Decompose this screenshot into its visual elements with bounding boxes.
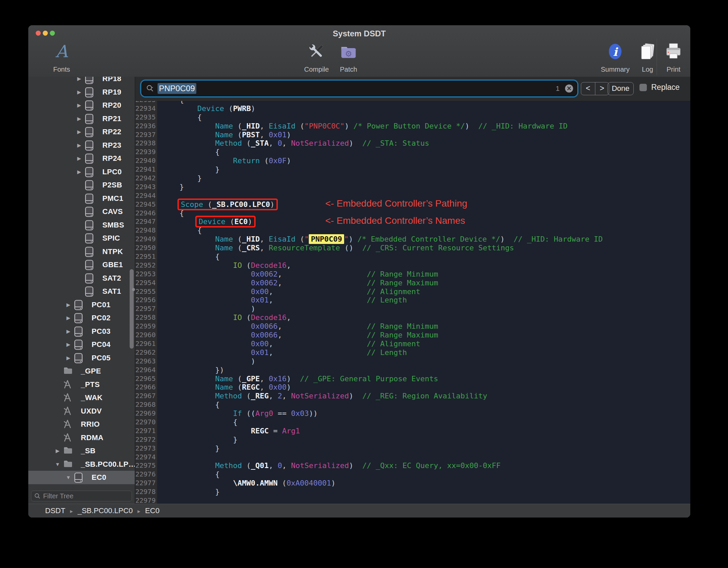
- code-line[interactable]: 22970 {: [135, 418, 690, 427]
- code-line[interactable]: 22945 Scope (_SB.PC00.LPC0)<- Embedded C…: [135, 200, 690, 209]
- tree-item-pc01[interactable]: ▶PC01: [28, 298, 135, 312]
- patch-button[interactable]: ⚙ Patch: [333, 38, 364, 73]
- code-line[interactable]: 22977 \AMW0.AMWN (0xA0040001): [135, 479, 690, 488]
- code-line[interactable]: 22973 }: [135, 444, 690, 453]
- breadcrumb-item[interactable]: DSDT: [45, 506, 65, 515]
- code-line[interactable]: 22955 0x00, // Alignment: [135, 287, 690, 296]
- code-line[interactable]: 22965 Name (_GPE, 0x16) // _GPE: General…: [135, 375, 690, 383]
- code-line[interactable]: 22940 Return (0x0F): [135, 156, 690, 165]
- tree-item-_sbpc00lp[interactable]: ▼_SB.PC00.LP…: [28, 458, 135, 471]
- disclosure-triangle-icon[interactable]: ▶: [65, 325, 72, 338]
- disclosure-triangle-icon[interactable]: ▶: [65, 298, 72, 312]
- find-next-button[interactable]: >: [595, 82, 609, 95]
- code-line[interactable]: 22960 0x0066, // Range Maximum: [135, 331, 690, 340]
- tree-item-pc03[interactable]: ▶PC03: [28, 325, 135, 338]
- code-line[interactable]: 22972 }: [135, 435, 690, 444]
- code-line[interactable]: 22966 Name (REGC, 0x00): [135, 383, 690, 392]
- code-line[interactable]: 22979: [135, 496, 690, 504]
- code-line[interactable]: 22959 0x0066, // Range Minimum: [135, 322, 690, 331]
- tree-item-lpc0[interactable]: ▶LPC0: [28, 165, 135, 179]
- replace-checkbox[interactable]: [639, 84, 647, 91]
- disclosure-triangle-icon[interactable]: ▶: [75, 77, 83, 85]
- code-line[interactable]: 22951 {: [135, 252, 690, 261]
- code-line[interactable]: 22950 Name (_CRS, ResourceTemplate () //…: [135, 244, 690, 252]
- tree-item-rp24[interactable]: ▶RP24: [28, 152, 135, 165]
- sidebar-scrollbar-thumb[interactable]: [130, 269, 134, 349]
- fonts-button[interactable]: A Fonts: [40, 38, 84, 73]
- tree-item-smbs[interactable]: SMBS: [28, 218, 135, 232]
- code-line[interactable]: 22962 0x01, // Length: [135, 348, 690, 357]
- code-line[interactable]: 22947 Device (EC0)<- Embedded Controller…: [135, 217, 690, 226]
- tree-item-pc04[interactable]: ▶PC04: [28, 338, 135, 351]
- code-line[interactable]: 22961 0x00, // Alignment: [135, 340, 690, 348]
- disclosure-triangle-icon[interactable]: ▶: [65, 351, 72, 365]
- tree-item-sat1[interactable]: SAT1: [28, 285, 135, 298]
- code-line[interactable]: 22975 Method (_Q01, 0, NotSerialized) //…: [135, 461, 690, 470]
- done-button[interactable]: Done: [607, 82, 634, 95]
- disclosure-triangle-icon[interactable]: ▼: [54, 458, 61, 471]
- code-line[interactable]: 22938 Method (_STA, 0, NotSerialized) //…: [135, 139, 690, 148]
- code-line[interactable]: 22943 }: [135, 183, 690, 191]
- disclosure-triangle-icon[interactable]: ▶: [54, 444, 61, 458]
- tree-item-rp19[interactable]: ▶RP19: [28, 85, 135, 99]
- code-line[interactable]: 22956 0x01, // Length: [135, 296, 690, 305]
- disclosure-triangle-icon[interactable]: ▼: [65, 471, 72, 484]
- find-previous-button[interactable]: <: [581, 82, 595, 95]
- tree-item-rp18[interactable]: ▶RP18: [28, 77, 135, 85]
- disclosure-triangle-icon[interactable]: ▶: [75, 125, 83, 139]
- code-line[interactable]: 22942 }: [135, 174, 690, 183]
- breadcrumb-item[interactable]: _SB.PC00.LPC0: [77, 506, 133, 515]
- tree-item-pc05[interactable]: ▶PC05: [28, 351, 135, 365]
- code-line[interactable]: 22953 0x0062, // Range Minimum: [135, 270, 690, 279]
- tree-item-_sb[interactable]: ▶_SB: [28, 444, 135, 458]
- clear-search-icon[interactable]: ✕: [565, 84, 573, 93]
- code-line[interactable]: 22957 ): [135, 305, 690, 313]
- code-line[interactable]: 22974: [135, 453, 690, 462]
- code-line[interactable]: 22978 }: [135, 488, 690, 496]
- disclosure-triangle-icon[interactable]: ▶: [75, 139, 83, 152]
- disclosure-triangle-icon[interactable]: ▶: [75, 85, 83, 99]
- disclosure-triangle-icon[interactable]: ▶: [65, 311, 72, 325]
- find-input[interactable]: PNP0C09 1 ✕: [141, 81, 577, 96]
- tree-item-_wak[interactable]: _WAK: [28, 391, 135, 404]
- compile-button[interactable]: Compile: [300, 38, 333, 73]
- code-line[interactable]: 22939 {: [135, 148, 690, 156]
- disclosure-triangle-icon[interactable]: ▶: [75, 112, 83, 126]
- code-line[interactable]: 22954 0x0062, // Range Maximum: [135, 279, 690, 287]
- tree-item-_pts[interactable]: _PTS: [28, 378, 135, 391]
- code-line[interactable]: 22964 }): [135, 366, 690, 375]
- code-line[interactable]: 22968 {: [135, 400, 690, 409]
- code-line[interactable]: 22935 {: [135, 113, 690, 122]
- tree-item-rdma[interactable]: RDMA: [28, 431, 135, 445]
- tree-item-uxdv[interactable]: UXDV: [28, 404, 135, 418]
- tree-item-p2sb[interactable]: P2SB: [28, 178, 135, 192]
- tree-item-rp22[interactable]: ▶RP22: [28, 125, 135, 139]
- code-line[interactable]: 22933 {: [135, 101, 690, 104]
- splitter-handle[interactable]: [132, 288, 135, 291]
- log-button[interactable]: Log: [635, 38, 660, 73]
- summary-button[interactable]: i Summary: [598, 38, 632, 73]
- code-line[interactable]: 22936 Name (_HID, EisaId ("PNP0C0C") /* …: [135, 122, 690, 131]
- tree-item-rp23[interactable]: ▶RP23: [28, 139, 135, 152]
- code-line[interactable]: 22948 {: [135, 226, 690, 235]
- code-line[interactable]: 22949 Name (_HID, EisaId ("PNP0C09") /* …: [135, 235, 690, 244]
- tree-item-sat2[interactable]: SAT2: [28, 272, 135, 285]
- tree-item-_gpe[interactable]: _GPE: [28, 364, 135, 378]
- code-line[interactable]: 22976 {: [135, 470, 690, 479]
- tree-item-ntpk[interactable]: NTPK: [28, 245, 135, 258]
- tree-item-ec0[interactable]: ▼EC0: [28, 471, 135, 484]
- print-button[interactable]: Print: [661, 38, 686, 73]
- tree-item-rp20[interactable]: ▶RP20: [28, 99, 135, 112]
- code-line[interactable]: 22941 }: [135, 165, 690, 174]
- code-line[interactable]: 22937 Name (PBST, 0x01): [135, 131, 690, 139]
- code-line[interactable]: 22952 IO (Decode16,: [135, 261, 690, 270]
- code-line[interactable]: 22969 If ((Arg0 == 0x03)): [135, 409, 690, 418]
- tree-item-cavs[interactable]: CAVS: [28, 205, 135, 218]
- filter-tree-field[interactable]: Filter Tree: [31, 491, 132, 501]
- code-line[interactable]: 22963 ): [135, 357, 690, 366]
- tree-item-gbe1[interactable]: GBE1: [28, 258, 135, 272]
- code-line[interactable]: 22958 IO (Decode16,: [135, 313, 690, 322]
- tree-item-rrio[interactable]: RRIO: [28, 418, 135, 431]
- code-editor[interactable]: 22933 {22934 Device (PWRB)22935 {22936 N…: [135, 101, 690, 504]
- code-line[interactable]: 22934 Device (PWRB): [135, 104, 690, 113]
